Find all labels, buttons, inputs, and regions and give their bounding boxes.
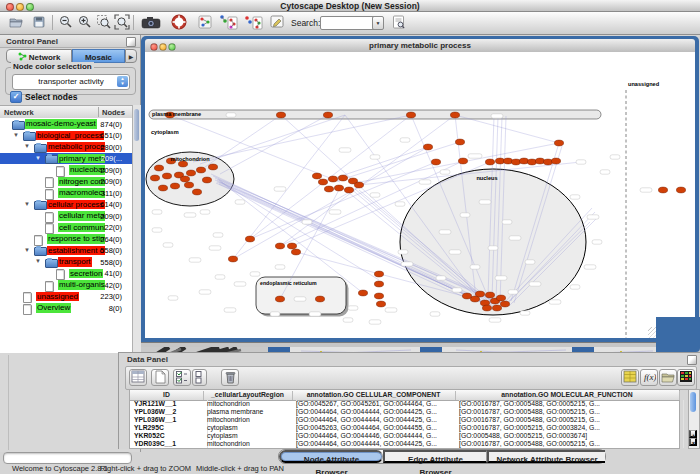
graph-node[interactable] bbox=[312, 173, 321, 179]
graph-node[interactable] bbox=[344, 187, 353, 193]
graph-node[interactable] bbox=[162, 173, 171, 179]
zoom-in-icon[interactable] bbox=[76, 14, 94, 32]
zoom-fit-content-icon[interactable] bbox=[113, 14, 131, 32]
network-tree-item[interactable]: multi-organism pro42(0) bbox=[0, 279, 132, 291]
graph-node[interactable] bbox=[228, 256, 237, 262]
tab-edge-attribute-browser[interactable]: Edge Attribute Browser bbox=[383, 450, 487, 463]
graph-node[interactable] bbox=[158, 185, 167, 191]
network-tree-item[interactable]: nitrogen compo209(0) bbox=[0, 176, 132, 188]
graph-node[interactable] bbox=[475, 291, 484, 297]
network-tree-item[interactable]: macromolecule311(0) bbox=[0, 187, 132, 199]
graph-node[interactable] bbox=[535, 158, 544, 164]
formula-builder-icon[interactable]: f(x) bbox=[640, 369, 658, 386]
graph-node[interactable] bbox=[150, 175, 159, 181]
open-file-icon[interactable] bbox=[7, 14, 25, 32]
search-dropdown-arrow-icon[interactable]: ▼ bbox=[372, 16, 384, 30]
graph-node[interactable] bbox=[374, 281, 383, 287]
graph-node[interactable] bbox=[334, 185, 343, 191]
scroll-up-arrow-icon[interactable]: ▲ bbox=[689, 430, 697, 438]
graph-node[interactable] bbox=[450, 112, 459, 118]
network-tree-item[interactable]: ▼metabolic process280(0) bbox=[0, 141, 132, 153]
graph-node[interactable] bbox=[328, 176, 337, 182]
table-row[interactable]: YJR121W__1mitochondrion[GO:0045267, GO:0… bbox=[130, 400, 679, 408]
graph-node[interactable] bbox=[462, 293, 471, 299]
graph-node[interactable] bbox=[202, 177, 211, 183]
table-row[interactable]: YKR052Ccytoplasm[GO:0044464, GO:0044446,… bbox=[130, 432, 679, 440]
graph-node[interactable] bbox=[485, 159, 494, 165]
zoom-out-icon[interactable] bbox=[57, 14, 75, 32]
tab-node-attribute-browser[interactable]: Node Attribute Browser bbox=[279, 450, 383, 463]
float-panel-icon[interactable] bbox=[687, 355, 697, 365]
network-tree-item[interactable]: ▼cellular process614(0) bbox=[0, 199, 132, 211]
network-tree-item[interactable]: response to stimul264(0) bbox=[0, 233, 132, 245]
tree-scrollbar[interactable] bbox=[132, 105, 141, 353]
graph-node[interactable] bbox=[551, 158, 560, 164]
graph-node[interactable] bbox=[170, 183, 179, 189]
network-tree-item[interactable]: mosaic-demo-yeast874(0) bbox=[0, 118, 132, 130]
import-attributes-icon[interactable] bbox=[659, 369, 677, 386]
tree-scrollbar-thumb[interactable] bbox=[134, 109, 139, 141]
graph-node[interactable] bbox=[511, 159, 520, 165]
graph-node[interactable] bbox=[324, 186, 333, 192]
select-all-attributes-icon[interactable] bbox=[173, 369, 191, 386]
network-tree-item[interactable]: cell communicat22(0) bbox=[0, 222, 132, 234]
graph-node[interactable] bbox=[374, 293, 383, 299]
tab-network[interactable]: Network bbox=[6, 49, 72, 63]
copy-network-view-icon-2[interactable] bbox=[243, 14, 263, 32]
copy-network-view-icon-1[interactable] bbox=[218, 14, 238, 32]
help-lifesaver-icon[interactable] bbox=[170, 14, 188, 32]
graph-node[interactable] bbox=[180, 176, 189, 182]
column-header-region[interactable]: _cellularLayoutRegion bbox=[203, 391, 293, 400]
graph-node[interactable] bbox=[431, 159, 440, 165]
disclosure-triangle-icon[interactable]: ▼ bbox=[35, 258, 41, 264]
snapshot-camera-icon[interactable] bbox=[140, 14, 162, 32]
scroll-down-arrow-icon[interactable]: ▼ bbox=[689, 438, 697, 446]
network-tree-item[interactable]: ▼biological_process651(0) bbox=[0, 130, 132, 142]
disclosure-triangle-icon[interactable]: ▼ bbox=[24, 201, 30, 207]
graph-node[interactable] bbox=[192, 189, 201, 195]
graph-node[interactable] bbox=[154, 165, 163, 171]
graph-node[interactable] bbox=[482, 305, 491, 311]
column-header-cellular-component[interactable]: annotation.GO CELLULAR_COMPONENT bbox=[292, 391, 456, 400]
network-tree-item[interactable]: nucleobase-209(0) bbox=[0, 164, 132, 176]
column-header-id[interactable]: ID bbox=[130, 391, 204, 400]
graph-node[interactable] bbox=[658, 187, 667, 193]
graph-node[interactable] bbox=[276, 112, 285, 118]
node-color-combobox[interactable]: transporter activity ▲▼ bbox=[12, 74, 130, 90]
delete-attribute-icon[interactable] bbox=[221, 369, 239, 386]
search-input[interactable] bbox=[320, 16, 376, 30]
graph-node[interactable] bbox=[543, 159, 552, 165]
layout-network-icon[interactable] bbox=[196, 14, 214, 32]
graph-node[interactable] bbox=[423, 144, 432, 150]
graph-node[interactable] bbox=[376, 301, 385, 307]
tab-overflow-arrow-icon[interactable]: ▶ bbox=[125, 49, 137, 63]
graph-node[interactable] bbox=[208, 164, 217, 170]
network-canvas[interactable]: plasma membranecytoplasmmitochondrionnuc… bbox=[145, 52, 695, 338]
network-tree-item[interactable]: secretion41(0) bbox=[0, 268, 132, 280]
annotation-icon[interactable] bbox=[268, 14, 286, 32]
graph-node[interactable] bbox=[245, 236, 254, 242]
graph-node[interactable] bbox=[287, 243, 296, 249]
tab-mosaic[interactable]: Mosaic bbox=[72, 49, 125, 63]
window-titlebar[interactable]: Cytoscape Desktop (New Session) bbox=[0, 0, 700, 12]
graph-node[interactable] bbox=[485, 292, 494, 298]
graph-node[interactable] bbox=[374, 271, 383, 277]
attribute-select-icon[interactable] bbox=[129, 369, 147, 386]
table-row[interactable]: YDR039C__1mitochondrion[GO:0044464, GO:0… bbox=[130, 440, 679, 448]
save-icon[interactable] bbox=[30, 14, 48, 32]
graph-node[interactable] bbox=[503, 158, 512, 164]
graph-node[interactable] bbox=[527, 159, 536, 165]
tab-network-attribute-browser[interactable]: Network Attribute Browser bbox=[487, 450, 605, 463]
network-tree-item[interactable]: ▼transport558(0) bbox=[0, 256, 132, 268]
disclosure-triangle-icon[interactable]: ▼ bbox=[24, 247, 30, 253]
network-tree-item[interactable]: unassigned223(0) bbox=[0, 291, 132, 303]
graph-node[interactable] bbox=[323, 112, 332, 118]
graph-node[interactable] bbox=[455, 139, 464, 145]
graph-node[interactable] bbox=[676, 187, 685, 193]
table-scrollbar-thumb[interactable] bbox=[690, 392, 696, 412]
graph-node[interactable] bbox=[318, 179, 327, 185]
graph-node[interactable] bbox=[184, 182, 193, 188]
network-tree-item[interactable]: ▼primary metabo209(... bbox=[0, 153, 132, 165]
network-tree-item[interactable]: Overview8(0) bbox=[0, 302, 132, 314]
graph-node[interactable] bbox=[196, 167, 205, 173]
